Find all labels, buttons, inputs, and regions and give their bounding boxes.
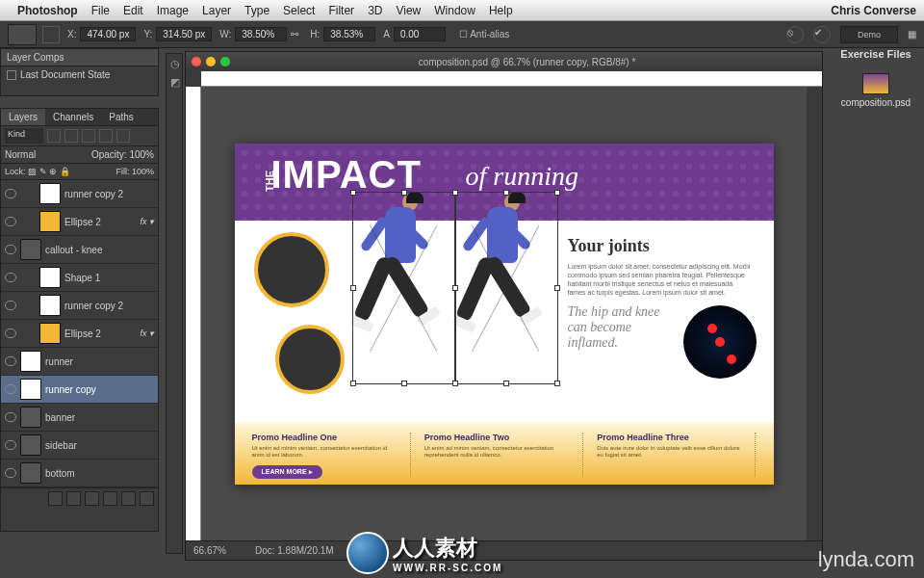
filter-shape-icon[interactable] <box>99 129 113 143</box>
menu-3d[interactable]: 3D <box>368 4 382 17</box>
xray-image <box>683 305 757 379</box>
opacity-field[interactable]: 100% <box>129 149 154 160</box>
trash-icon[interactable] <box>140 491 154 506</box>
visibility-icon[interactable] <box>5 468 16 478</box>
psd-file[interactable]: composition.psd <box>841 73 911 108</box>
layer-comps-row[interactable]: Last Document State <box>1 66 158 83</box>
filter-type-icon[interactable] <box>82 129 95 143</box>
layer-fx-icon[interactable] <box>66 491 81 506</box>
layer-thumb <box>20 239 41 260</box>
w-field[interactable]: 38.50% <box>235 27 287 41</box>
anchor-icon[interactable] <box>42 26 60 43</box>
layer-row[interactable]: runner copy 2 <box>1 292 158 320</box>
layer-row[interactable]: runner copy <box>1 376 158 404</box>
doc-info[interactable]: Doc: 1.88M/20.1M <box>255 545 334 556</box>
window-close-icon[interactable] <box>192 57 201 66</box>
search-icon[interactable]: ▦ <box>908 29 916 39</box>
artboard: THE IMPACT of running <box>235 144 774 485</box>
menu-type[interactable]: Type <box>244 4 270 17</box>
layer-row[interactable]: runner <box>1 348 158 376</box>
x-field[interactable]: 474.00 px <box>80 27 136 41</box>
filter-adjust-icon[interactable] <box>64 129 78 143</box>
visibility-icon[interactable] <box>5 356 16 366</box>
promo-2-heading: Promo Headline Two <box>424 433 573 442</box>
y-field[interactable]: 314.50 px <box>156 27 212 41</box>
window-minimize-icon[interactable] <box>206 57 216 66</box>
layer-row[interactable]: banner <box>1 404 158 432</box>
visibility-icon[interactable] <box>5 217 16 226</box>
visibility-icon[interactable] <box>5 189 16 198</box>
menu-edit[interactable]: Edit <box>123 4 143 17</box>
link-layers-icon[interactable] <box>48 491 63 506</box>
visibility-icon[interactable] <box>5 328 16 338</box>
new-layer-icon[interactable] <box>121 491 136 506</box>
menubar-user: Chris Converse <box>831 4 916 17</box>
collapsed-tool-dock: ◷ ◩ <box>166 53 183 554</box>
watermark-logo-icon <box>346 532 389 574</box>
layer-row[interactable]: Ellipse 2fx ▾ <box>1 320 158 348</box>
link-icon[interactable]: ⚯ <box>291 29 298 39</box>
workspace-switcher[interactable]: Demo <box>840 26 898 43</box>
menu-help[interactable]: Help <box>489 4 513 17</box>
tab-layers[interactable]: Layers <box>1 109 45 125</box>
blend-mode-dropdown[interactable]: Normal <box>5 149 36 160</box>
zoom-level[interactable]: 66.67% <box>193 545 226 556</box>
document-titlebar[interactable]: composition.psd @ 66.7% (runner copy, RG… <box>186 52 822 71</box>
canvas[interactable]: THE IMPACT of running <box>201 87 807 540</box>
layer-kind-dropdown[interactable]: Kind <box>5 128 43 144</box>
promo-3: Promo Headline Three Duis aute irure dol… <box>597 433 756 477</box>
layer-row[interactable]: sidebar <box>1 432 158 460</box>
layer-row[interactable]: Ellipse 2fx ▾ <box>1 208 158 236</box>
layer-mask-icon[interactable] <box>85 491 99 506</box>
visibility-icon[interactable] <box>5 273 16 282</box>
menu-select[interactable]: Select <box>283 4 315 17</box>
fill-field[interactable]: 100% <box>132 167 154 176</box>
learn-more-button: LEARN MORE ▸ <box>252 465 322 479</box>
menu-app[interactable]: Photoshop <box>17 4 78 17</box>
visibility-icon[interactable] <box>5 412 16 422</box>
menu-window[interactable]: Window <box>434 4 475 17</box>
layer-thumb <box>20 379 41 400</box>
menu-view[interactable]: View <box>396 4 421 17</box>
tab-paths[interactable]: Paths <box>101 109 141 125</box>
layer-comps-tab[interactable]: Layer Comps <box>1 49 158 66</box>
fx-badge[interactable]: fx ▾ <box>140 217 154 226</box>
visibility-icon[interactable] <box>5 384 16 394</box>
body: Your joints Lorem ipsum dolor sit amet, … <box>235 221 774 423</box>
h-field[interactable]: 38.53% <box>323 27 375 41</box>
layer-row[interactable]: runner copy 2 <box>1 180 158 208</box>
menu-layer[interactable]: Layer <box>202 4 231 17</box>
menu-file[interactable]: File <box>91 4 110 17</box>
tool-preset-picker[interactable] <box>8 24 37 45</box>
visibility-icon[interactable] <box>5 301 16 310</box>
callout-hip <box>254 232 329 307</box>
commit-transform-icon[interactable]: ✔ <box>813 26 831 43</box>
window-zoom-icon[interactable] <box>220 57 230 66</box>
dock-color-icon[interactable]: ◩ <box>167 73 183 91</box>
new-group-icon[interactable] <box>103 491 117 506</box>
cancel-transform-icon[interactable]: ⦸ <box>786 26 804 43</box>
filter-pixel-icon[interactable] <box>47 129 61 143</box>
antialias-checkbox[interactable]: ☐ Anti-alias <box>459 29 509 39</box>
menu-image[interactable]: Image <box>157 4 189 17</box>
document-window: composition.psd @ 66.7% (runner copy, RG… <box>185 51 823 561</box>
layer-row[interactable]: callout - knee <box>1 236 158 264</box>
angle-field[interactable]: 0.00 <box>394 27 446 41</box>
layer-row[interactable]: bottom <box>1 460 158 487</box>
menu-filter[interactable]: Filter <box>328 4 354 17</box>
lock-icons[interactable]: ▨ ✎ ⊕ 🔒 <box>28 167 70 176</box>
layer-name: Shape 1 <box>64 273 154 283</box>
ruler-vertical[interactable] <box>186 87 201 540</box>
visibility-icon[interactable] <box>5 440 16 450</box>
watermark-main: 人人素材 <box>393 536 477 560</box>
visibility-icon[interactable] <box>5 245 16 254</box>
fx-badge[interactable]: fx ▾ <box>140 328 154 338</box>
dock-history-icon[interactable]: ◷ <box>167 55 183 72</box>
tab-channels[interactable]: Channels <box>45 109 101 125</box>
filter-smart-icon[interactable] <box>116 129 130 143</box>
layer-name: banner <box>45 412 154 423</box>
layer-row[interactable]: Shape 1 <box>1 264 158 292</box>
promo-1-text: Ut enim ad minim veniam, consectetur exe… <box>252 445 400 460</box>
ruler-horizontal[interactable] <box>201 71 822 87</box>
layer-thumb <box>39 211 61 232</box>
